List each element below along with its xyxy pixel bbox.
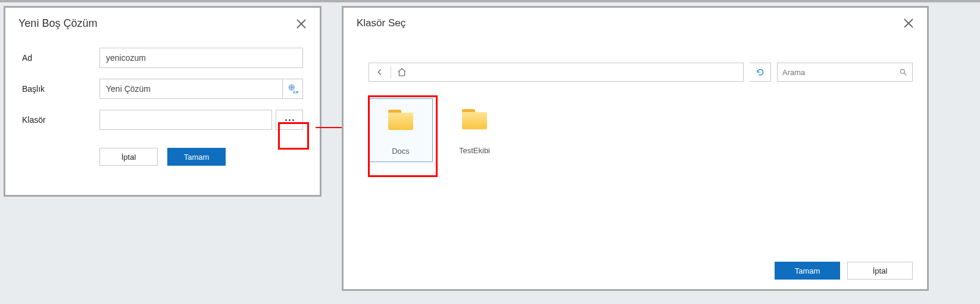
close-icon[interactable] [903,18,914,29]
select-folder-dialog: Klasör Seç [342,6,929,291]
chevron-left-icon [376,68,384,76]
ok-button[interactable]: Tamam [775,262,840,280]
search-box [777,63,913,82]
input-wrap-ad [99,48,303,68]
dialog-title: Yeni Boş Çözüm [18,17,97,30]
refresh-icon [756,67,765,77]
svg-point-2 [900,69,904,73]
breadcrumb-bar [369,63,744,82]
dialog-footer: Tamam İptal [344,255,927,289]
label-ad: Ad [22,53,99,63]
cancel-button[interactable]: İptal [847,262,913,280]
folder-icon [388,110,413,130]
ad-field[interactable] [100,53,302,63]
refresh-button[interactable] [750,63,771,82]
form-area: Ad Başlık A⇄ Klasör [5,48,320,166]
dialog-header: Yeni Boş Çözüm [5,8,320,48]
ok-button[interactable]: Tamam [167,148,226,166]
folder-item-docs[interactable]: Docs [369,98,433,162]
close-icon[interactable] [296,18,307,29]
folder-item-testekibi[interactable]: TestEkibi [442,98,507,161]
dialog-header: Klasör Seç [344,8,927,36]
new-solution-dialog: Yeni Boş Çözüm Ad Başlık A⇄ [4,6,322,197]
folder-label: TestEkibi [459,146,490,155]
cancel-button[interactable]: İptal [99,148,158,166]
dialog-footer: İptal Tamam [22,148,303,166]
nav-home-button[interactable] [391,63,413,81]
search-icon [899,68,907,76]
home-icon [397,67,407,77]
globe-translate-icon: A⇄ [288,83,298,94]
baslik-field[interactable] [100,84,282,94]
toolbar [344,36,927,86]
ellipsis-icon [285,119,294,121]
klasor-field[interactable] [100,115,271,125]
translate-button[interactable]: A⇄ [282,79,302,98]
dialog-title: Klasör Seç [357,17,405,29]
search-input[interactable] [782,68,899,77]
form-row-ad: Ad [22,48,303,68]
folder-grid: Docs TestEkibi [344,86,927,255]
nav-back-button[interactable] [369,63,391,81]
label-klasor: Klasör [22,115,99,125]
input-wrap-klasor [99,110,272,130]
folder-label: Docs [392,147,410,156]
form-row-klasor: Klasör [22,110,303,130]
form-row-baslik: Başlık A⇄ [22,79,303,99]
svg-text:A⇄: A⇄ [293,90,298,94]
browse-folder-button[interactable] [276,110,303,130]
folder-icon [462,109,487,129]
window-top-strip [0,0,980,2]
input-wrap-baslik: A⇄ [99,79,303,99]
label-baslik: Başlık [22,84,99,94]
